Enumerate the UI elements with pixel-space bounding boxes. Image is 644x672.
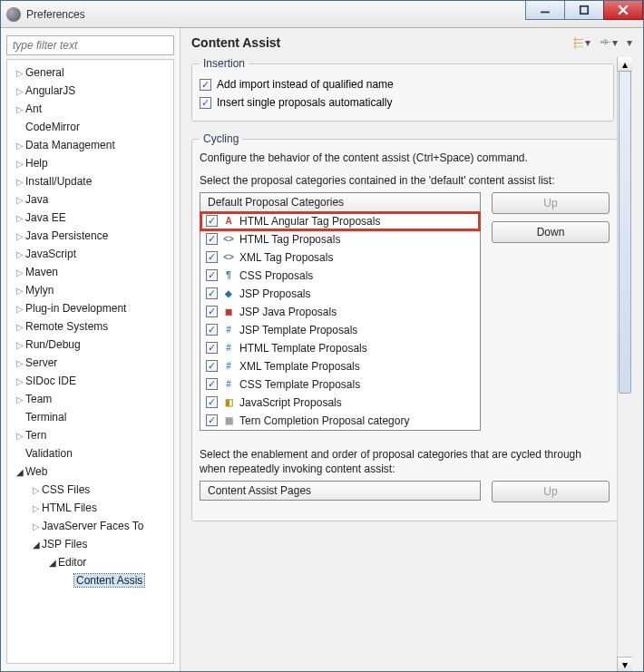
- twisty-closed-icon[interactable]: ▷: [15, 340, 25, 350]
- preference-tree[interactable]: ▷General▷AngularJS▷AntCodeMirror▷Data Ma…: [6, 59, 174, 664]
- twisty-closed-icon[interactable]: ▷: [15, 376, 25, 386]
- twisty-closed-icon[interactable]: ▷: [31, 485, 42, 495]
- tree-item[interactable]: ▷Install/Update: [7, 172, 173, 190]
- tree-item[interactable]: Terminal: [7, 408, 173, 426]
- tree-item[interactable]: ▷Maven: [7, 263, 173, 281]
- twisty-closed-icon[interactable]: ▷: [15, 431, 25, 441]
- forward-menu-icon[interactable]: ▾: [612, 36, 618, 49]
- twisty-open-icon[interactable]: ◢: [47, 558, 58, 568]
- tree-item[interactable]: Content Assis: [7, 571, 173, 589]
- tree-item[interactable]: ◢Web: [7, 463, 173, 481]
- twisty-closed-icon[interactable]: ▷: [31, 521, 42, 531]
- list-item[interactable]: <>XML Tag Proposals: [200, 248, 480, 267]
- scroll-down-icon[interactable]: ▾: [617, 657, 632, 671]
- list-item[interactable]: ◆JSP Proposals: [200, 285, 480, 303]
- tree-item[interactable]: ▷Ant: [7, 100, 173, 118]
- tree-item[interactable]: ▷JavaServer Faces To: [7, 517, 173, 535]
- list-item[interactable]: AHTML Angular Tag Proposals: [200, 212, 480, 230]
- list-item-checkbox[interactable]: [206, 269, 218, 281]
- twisty-closed-icon[interactable]: ▷: [15, 394, 25, 404]
- tree-item[interactable]: ▷Java Persistence: [7, 227, 173, 245]
- tree-item[interactable]: Validation: [7, 444, 173, 463]
- list-item[interactable]: ¶CSS Proposals: [200, 267, 480, 285]
- twisty-closed-icon[interactable]: ▷: [15, 195, 25, 205]
- tree-item[interactable]: ▷Mylyn: [7, 281, 173, 299]
- list-item-checkbox[interactable]: [206, 342, 218, 354]
- tree-item[interactable]: ▷Tern: [7, 426, 173, 444]
- forward-icon[interactable]: ⬲: [600, 36, 610, 49]
- list-item[interactable]: #HTML Template Proposals: [200, 339, 480, 357]
- list-item[interactable]: ▦Tern Completion Proposal category: [200, 412, 480, 430]
- tree-item[interactable]: ▷Help: [7, 154, 173, 172]
- twisty-closed-icon[interactable]: ▷: [15, 322, 25, 332]
- filter-input[interactable]: [6, 35, 174, 55]
- list-item[interactable]: #XML Template Proposals: [200, 357, 480, 375]
- tree-item[interactable]: ◢Editor: [7, 553, 173, 571]
- tree-item[interactable]: ▷HTML Files: [7, 499, 173, 517]
- twisty-open-icon[interactable]: ◢: [31, 540, 42, 550]
- twisty-closed-icon[interactable]: ▷: [15, 358, 25, 368]
- twisty-closed-icon[interactable]: ▷: [15, 268, 25, 278]
- back-menu-icon[interactable]: ▾: [585, 36, 590, 49]
- tree-item[interactable]: ◢JSP Files: [7, 535, 173, 553]
- menu-icon[interactable]: ▾: [627, 36, 632, 49]
- minimize-button[interactable]: [525, 1, 565, 20]
- tree-item[interactable]: ▷General: [7, 63, 173, 82]
- twisty-closed-icon[interactable]: ▷: [15, 141, 25, 151]
- tree-item[interactable]: ▷Java: [7, 190, 173, 209]
- twisty-closed-icon[interactable]: ▷: [15, 104, 25, 114]
- back-icon[interactable]: ⬱: [573, 36, 583, 49]
- list-item-checkbox[interactable]: [206, 306, 218, 317]
- scroll-track[interactable]: [618, 71, 632, 657]
- tree-item[interactable]: CodeMirror: [7, 118, 173, 136]
- twisty-closed-icon[interactable]: ▷: [15, 86, 25, 96]
- scroll-up-icon[interactable]: ▴: [617, 57, 632, 72]
- list-item-checkbox[interactable]: [206, 251, 218, 263]
- twisty-closed-icon[interactable]: ▷: [31, 503, 42, 513]
- list-item-checkbox[interactable]: [206, 414, 218, 426]
- up-button[interactable]: Up: [492, 192, 610, 214]
- tree-item[interactable]: ▷SIDoc IDE: [7, 372, 173, 390]
- twisty-open-icon[interactable]: ◢: [15, 467, 25, 477]
- list-item-checkbox[interactable]: [206, 378, 218, 390]
- twisty-closed-icon[interactable]: ▷: [15, 304, 25, 314]
- list-item[interactable]: ◧JavaScript Proposals: [200, 394, 480, 412]
- twisty-closed-icon[interactable]: ▷: [15, 68, 25, 78]
- pages-list[interactable]: Content Assist Pages: [200, 481, 481, 501]
- close-button[interactable]: [603, 1, 643, 20]
- checkbox-add-import[interactable]: [200, 79, 211, 91]
- twisty-closed-icon[interactable]: ▷: [15, 249, 25, 259]
- twisty-closed-icon[interactable]: ▷: [15, 177, 25, 187]
- checkbox-insert-single[interactable]: [200, 97, 211, 109]
- list-item-checkbox[interactable]: [206, 360, 218, 372]
- list-item[interactable]: ◼JSP Java Proposals: [200, 303, 480, 321]
- default-categories-list[interactable]: Default Proposal Categories AHTML Angula…: [200, 192, 481, 431]
- tree-item[interactable]: ▷Remote Systems: [7, 317, 173, 336]
- twisty-closed-icon[interactable]: ▷: [15, 231, 25, 241]
- maximize-button[interactable]: [564, 1, 604, 20]
- tree-item[interactable]: ▷Java EE: [7, 209, 173, 227]
- list-item[interactable]: #CSS Template Proposals: [200, 375, 480, 394]
- list-item[interactable]: #JSP Template Proposals: [200, 321, 480, 339]
- twisty-closed-icon[interactable]: ▷: [15, 213, 25, 223]
- tree-item[interactable]: ▷Plug-in Development: [7, 299, 173, 317]
- scrollbar[interactable]: ▴ ▾: [617, 57, 632, 671]
- scroll-thumb[interactable]: [619, 71, 631, 394]
- list-item[interactable]: <>HTML Tag Proposals: [200, 230, 480, 248]
- twisty-closed-icon[interactable]: ▷: [15, 286, 25, 296]
- list-item-checkbox[interactable]: [206, 233, 218, 245]
- tree-item[interactable]: ▷Data Management: [7, 136, 173, 154]
- twisty-closed-icon[interactable]: ▷: [15, 159, 25, 169]
- list-item-checkbox[interactable]: [206, 215, 218, 227]
- list-item-checkbox[interactable]: [206, 324, 218, 336]
- down-button[interactable]: Down: [492, 221, 610, 243]
- tree-item[interactable]: ▷Server: [7, 354, 173, 372]
- pages-up-button[interactable]: Up: [492, 481, 610, 502]
- tree-item[interactable]: ▷AngularJS: [7, 82, 173, 100]
- list-item-checkbox[interactable]: [206, 396, 218, 408]
- tree-item[interactable]: ▷Run/Debug: [7, 336, 173, 354]
- tree-item[interactable]: ▷JavaScript: [7, 245, 173, 263]
- tree-item[interactable]: ▷Team: [7, 390, 173, 408]
- list-item-checkbox[interactable]: [206, 287, 218, 299]
- tree-item[interactable]: ▷CSS Files: [7, 481, 173, 499]
